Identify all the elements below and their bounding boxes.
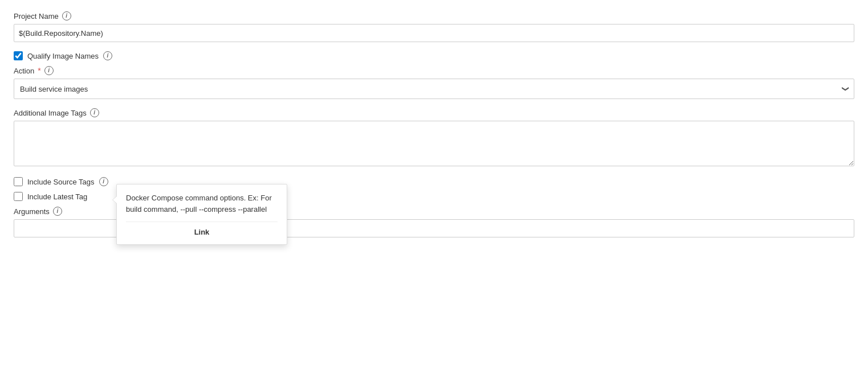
project-name-label-row: Project Name i bbox=[14, 11, 854, 20]
additional-image-tags-label: Additional Image Tags bbox=[14, 109, 87, 117]
action-group: Action * i Build service images Push ser… bbox=[14, 66, 854, 99]
arguments-label: Arguments bbox=[14, 207, 50, 216]
additional-image-tags-info-icon[interactable]: i bbox=[90, 108, 99, 117]
tooltip-text: Docker Compose command options. Ex: For … bbox=[126, 192, 278, 215]
include-source-tags-checkbox[interactable] bbox=[14, 177, 23, 186]
include-latest-tag-label: Include Latest Tag bbox=[27, 192, 87, 201]
action-select-wrapper: Build service images Push service images… bbox=[14, 79, 854, 99]
include-latest-tag-group: Include Latest Tag Docker Compose comman… bbox=[14, 192, 854, 201]
arguments-tooltip-popup: Docker Compose command options. Ex: For … bbox=[116, 184, 287, 245]
include-source-tags-label: Include Source Tags bbox=[27, 178, 95, 186]
tooltip-link[interactable]: Link bbox=[126, 222, 278, 236]
tooltip-arrow-inner bbox=[113, 196, 117, 203]
include-source-tags-info-icon[interactable]: i bbox=[99, 177, 108, 186]
action-label: Action bbox=[14, 67, 34, 75]
tooltip-arrow bbox=[112, 196, 117, 204]
additional-image-tags-input[interactable] bbox=[14, 121, 854, 166]
qualify-image-names-label: Qualify Image Names bbox=[27, 52, 99, 60]
qualify-image-names-info-icon[interactable]: i bbox=[103, 51, 112, 60]
qualify-image-names-group: Qualify Image Names i bbox=[14, 51, 854, 60]
additional-image-tags-group: Additional Image Tags i bbox=[14, 108, 854, 168]
include-latest-tag-checkbox[interactable] bbox=[14, 192, 23, 201]
action-label-row: Action * i bbox=[14, 66, 854, 75]
project-name-input[interactable] bbox=[14, 24, 854, 42]
form-container: Project Name i Qualify Image Names i Act… bbox=[14, 11, 854, 237]
project-name-info-icon[interactable]: i bbox=[62, 11, 71, 20]
project-name-label: Project Name bbox=[14, 12, 59, 20]
additional-image-tags-label-row: Additional Image Tags i bbox=[14, 108, 854, 117]
qualify-image-names-checkbox[interactable] bbox=[14, 51, 23, 60]
project-name-group: Project Name i bbox=[14, 11, 854, 42]
action-info-icon[interactable]: i bbox=[44, 66, 54, 75]
arguments-info-icon[interactable]: i bbox=[53, 207, 62, 216]
action-required-marker: * bbox=[38, 66, 40, 75]
action-select[interactable]: Build service images Push service images… bbox=[14, 79, 854, 99]
